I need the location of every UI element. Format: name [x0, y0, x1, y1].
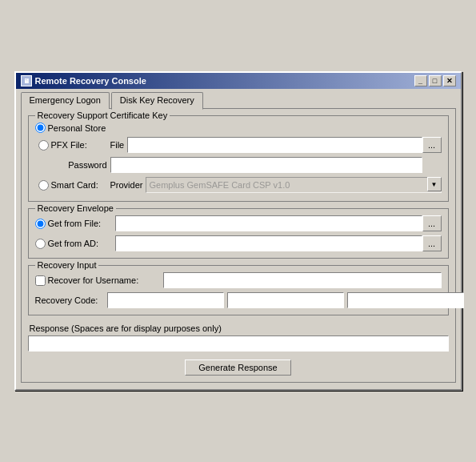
cert-key-group: Recovery Support Certificate Key Persona…	[28, 115, 449, 202]
recovery-code-input-2[interactable]	[227, 292, 344, 308]
cert-key-group-content: Personal Store PFX File: File ...	[35, 123, 442, 193]
recover-username-checkbox-label[interactable]: Recover for Username:	[35, 275, 163, 286]
personal-store-row: Personal Store	[35, 123, 442, 133]
get-from-file-browse-button[interactable]: ...	[422, 215, 442, 231]
tab-content: Recovery Support Certificate Key Persona…	[21, 108, 456, 383]
main-window: 🖥 Remote Recovery Console _ □ ✕ Emergenc…	[14, 71, 462, 391]
pfx-file-radio[interactable]	[38, 140, 49, 151]
get-from-ad-browse-button[interactable]: ...	[422, 235, 442, 251]
recovery-envelope-label: Recovery Envelope	[35, 203, 116, 213]
get-from-ad-radio[interactable]	[35, 239, 46, 249]
pfx-file-input[interactable]	[127, 137, 422, 153]
recover-username-input[interactable]	[163, 272, 442, 288]
provider-label: Provider	[110, 180, 143, 190]
recovery-code-input-3[interactable]	[347, 292, 464, 308]
tab-emergency-logon[interactable]: Emergency Logon	[21, 92, 110, 109]
window-title: Remote Recovery Console	[35, 76, 146, 86]
recovery-envelope-content: Get from File: ... Get from AD: ...	[35, 215, 442, 251]
get-from-ad-row: Get from AD: ...	[35, 235, 442, 251]
recovery-input-group: Recovery Input Recover for Username: Rec…	[28, 265, 449, 315]
pfx-file-row: PFX File: File ...	[35, 137, 442, 153]
smart-card-radio[interactable]	[38, 180, 49, 191]
minimize-button[interactable]: _	[414, 75, 427, 86]
close-button[interactable]: ✕	[443, 75, 456, 86]
password-input[interactable]	[110, 157, 422, 173]
recovery-code-row: Recovery Code:	[35, 292, 442, 308]
recovery-envelope-group: Recovery Envelope Get from File: ...	[28, 208, 449, 259]
provider-dropdown-wrapper: Gemplus GemSAFE Card CSP v1.0 ▼	[146, 177, 441, 193]
pfx-file-radio-label[interactable]: PFX File:	[38, 140, 110, 151]
maximize-button[interactable]: □	[429, 75, 442, 86]
recovery-input-label: Recovery Input	[35, 260, 99, 270]
window-body: Emergency Logon Disk Key Recovery Recove…	[16, 89, 461, 389]
generate-response-button[interactable]: Generate Response	[185, 360, 290, 376]
get-from-file-radio[interactable]	[35, 219, 46, 229]
recovery-code-label: Recovery Code:	[35, 295, 107, 305]
tab-disk-key-recovery[interactable]: Disk Key Recovery	[111, 92, 203, 110]
smart-card-row: Smart Card: Provider Gemplus GemSAFE Car…	[35, 177, 442, 193]
personal-store-label[interactable]: Personal Store	[35, 123, 106, 133]
password-row: Password	[35, 157, 442, 173]
recovery-code-input-1[interactable]	[107, 292, 224, 308]
response-section: Response (Spaces are for display purpose…	[28, 322, 449, 376]
smart-card-radio-label[interactable]: Smart Card:	[38, 180, 110, 191]
get-from-ad-radio-label[interactable]: Get from AD:	[35, 239, 115, 249]
generate-response-row: Generate Response	[28, 356, 449, 376]
title-bar-text: 🖥 Remote Recovery Console	[21, 75, 146, 86]
recovery-input-content: Recover for Username: Recovery Code:	[35, 272, 442, 308]
pfx-file-browse-button[interactable]: ...	[422, 137, 442, 153]
password-label: Password	[38, 160, 110, 170]
provider-dropdown[interactable]: Gemplus GemSAFE Card CSP v1.0	[146, 177, 441, 193]
get-from-file-row: Get from File: ...	[35, 215, 442, 231]
get-from-file-input[interactable]	[115, 215, 422, 231]
window-icon: 🖥	[21, 75, 32, 86]
personal-store-radio[interactable]	[35, 123, 46, 133]
response-label: Response (Spaces are for display purpose…	[28, 322, 449, 335]
response-input[interactable]	[28, 335, 449, 352]
tab-bar: Emergency Logon Disk Key Recovery	[21, 92, 456, 109]
recover-username-checkbox[interactable]	[35, 275, 46, 286]
cert-key-group-label: Recovery Support Certificate Key	[35, 110, 170, 120]
recover-username-row: Recover for Username:	[35, 272, 442, 288]
title-bar: 🖥 Remote Recovery Console _ □ ✕	[16, 73, 461, 89]
file-label: File	[110, 140, 125, 150]
get-from-ad-input[interactable]	[115, 235, 422, 251]
title-controls: _ □ ✕	[414, 75, 456, 86]
get-from-file-radio-label[interactable]: Get from File:	[35, 219, 115, 229]
